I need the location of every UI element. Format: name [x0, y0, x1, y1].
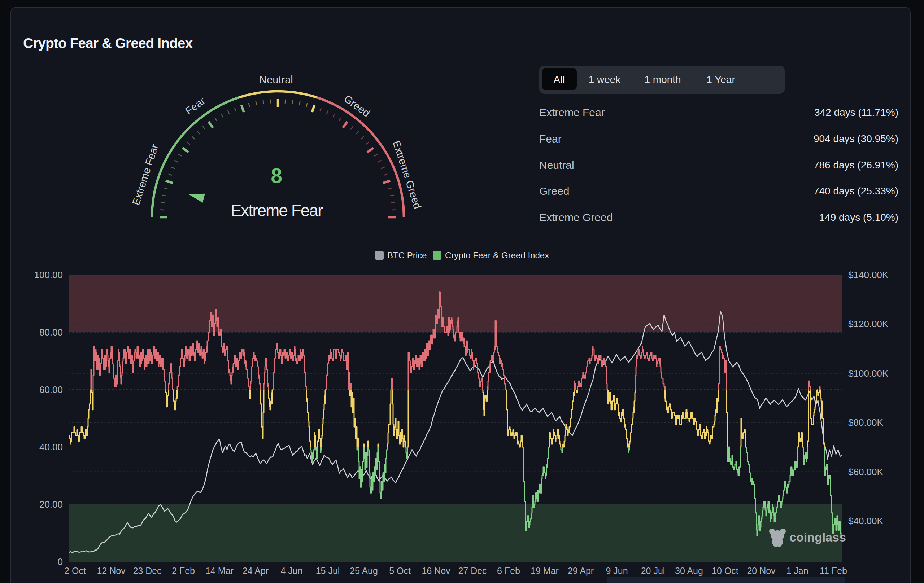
svg-text:Fear: Fear [183, 95, 207, 117]
svg-text:Extreme Fear: Extreme Fear [231, 201, 323, 220]
svg-text:Greed: Greed [342, 93, 372, 119]
svg-text:coinglass: coinglass [789, 530, 846, 544]
svg-text:Neutral: Neutral [259, 74, 293, 86]
svg-text:Extreme Fear: Extreme Fear [130, 143, 161, 206]
svg-text:8: 8 [271, 164, 282, 187]
